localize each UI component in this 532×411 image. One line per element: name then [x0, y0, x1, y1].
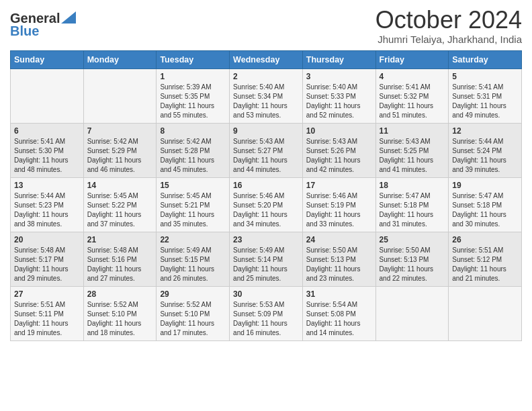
day-number: 20 [14, 235, 80, 244]
cell-detail: Sunrise: 5:46 AMSunset: 5:19 PMDaylight:… [306, 191, 372, 229]
day-number: 24 [306, 235, 372, 244]
header-saturday: Saturday [449, 50, 522, 68]
cell-detail: Sunrise: 5:41 AMSunset: 5:31 PMDaylight:… [452, 83, 518, 120]
day-number: 19 [452, 181, 518, 190]
logo-triangle-icon [61, 11, 76, 24]
calendar-cell: 15Sunrise: 5:45 AMSunset: 5:21 PMDayligh… [157, 177, 230, 232]
cell-detail: Sunrise: 5:51 AMSunset: 5:11 PMDaylight:… [14, 300, 80, 338]
day-number: 10 [306, 126, 372, 136]
calendar-cell: 2Sunrise: 5:40 AMSunset: 5:34 PMDaylight… [230, 68, 303, 123]
cell-detail: Sunrise: 5:45 AMSunset: 5:22 PMDaylight:… [87, 191, 153, 229]
calendar-cell: 28Sunrise: 5:52 AMSunset: 5:10 PMDayligh… [83, 286, 157, 340]
calendar-cell: 8Sunrise: 5:42 AMSunset: 5:28 PMDaylight… [157, 123, 230, 177]
cell-detail: Sunrise: 5:45 AMSunset: 5:21 PMDaylight:… [160, 191, 226, 229]
location-subtitle: Jhumri Telaiya, Jharkhand, India [375, 34, 522, 45]
day-number: 31 [306, 289, 372, 299]
calendar-cell: 20Sunrise: 5:48 AMSunset: 5:17 PMDayligh… [11, 232, 84, 286]
day-number: 25 [380, 235, 445, 244]
cell-detail: Sunrise: 5:49 AMSunset: 5:15 PMDaylight:… [160, 246, 226, 283]
calendar-week-row: 1Sunrise: 5:39 AMSunset: 5:35 PMDaylight… [11, 68, 522, 123]
calendar-cell: 26Sunrise: 5:51 AMSunset: 5:12 PMDayligh… [449, 232, 522, 286]
calendar-cell: 11Sunrise: 5:43 AMSunset: 5:25 PMDayligh… [375, 123, 449, 177]
day-number: 9 [233, 126, 299, 136]
day-number: 21 [87, 235, 153, 244]
day-number: 27 [14, 289, 80, 299]
header-thursday: Thursday [302, 50, 375, 68]
cell-detail: Sunrise: 5:47 AMSunset: 5:18 PMDaylight:… [380, 191, 445, 229]
cell-detail: Sunrise: 5:39 AMSunset: 5:35 PMDaylight:… [160, 83, 226, 120]
calendar-cell [11, 68, 84, 123]
calendar-cell: 4Sunrise: 5:41 AMSunset: 5:32 PMDaylight… [375, 68, 449, 123]
day-number: 28 [87, 289, 153, 299]
cell-detail: Sunrise: 5:49 AMSunset: 5:14 PMDaylight:… [233, 246, 299, 283]
cell-detail: Sunrise: 5:42 AMSunset: 5:29 PMDaylight:… [87, 137, 153, 175]
cell-detail: Sunrise: 5:42 AMSunset: 5:28 PMDaylight:… [160, 137, 226, 175]
calendar-week-row: 27Sunrise: 5:51 AMSunset: 5:11 PMDayligh… [11, 286, 522, 340]
day-number: 18 [380, 181, 445, 190]
day-number: 17 [306, 181, 372, 190]
day-number: 14 [87, 181, 153, 190]
cell-detail: Sunrise: 5:47 AMSunset: 5:18 PMDaylight:… [452, 191, 518, 229]
calendar-week-row: 20Sunrise: 5:48 AMSunset: 5:17 PMDayligh… [11, 232, 522, 286]
calendar-cell [375, 286, 449, 340]
logo-blue: Blue [10, 24, 39, 39]
day-number: 6 [14, 126, 80, 136]
header-wednesday: Wednesday [230, 50, 303, 68]
calendar-cell: 9Sunrise: 5:43 AMSunset: 5:27 PMDaylight… [230, 123, 303, 177]
day-number: 23 [233, 235, 299, 244]
cell-detail: Sunrise: 5:50 AMSunset: 5:13 PMDaylight:… [306, 246, 372, 283]
title-block: October 2024 Jhumri Telaiya, Jharkhand, … [375, 7, 522, 45]
cell-detail: Sunrise: 5:41 AMSunset: 5:32 PMDaylight:… [380, 83, 445, 120]
cell-detail: Sunrise: 5:48 AMSunset: 5:16 PMDaylight:… [87, 246, 153, 283]
day-number: 8 [160, 126, 226, 136]
cell-detail: Sunrise: 5:46 AMSunset: 5:20 PMDaylight:… [233, 191, 299, 229]
header-monday: Monday [83, 50, 157, 68]
calendar-cell: 24Sunrise: 5:50 AMSunset: 5:13 PMDayligh… [302, 232, 375, 286]
calendar-cell: 10Sunrise: 5:43 AMSunset: 5:26 PMDayligh… [302, 123, 375, 177]
calendar-cell: 1Sunrise: 5:39 AMSunset: 5:35 PMDaylight… [157, 68, 230, 123]
cell-detail: Sunrise: 5:51 AMSunset: 5:12 PMDaylight:… [452, 246, 518, 283]
svg-marker-0 [61, 11, 76, 24]
cell-detail: Sunrise: 5:43 AMSunset: 5:26 PMDaylight:… [306, 137, 372, 175]
cell-detail: Sunrise: 5:50 AMSunset: 5:13 PMDaylight:… [380, 246, 445, 283]
calendar-cell: 17Sunrise: 5:46 AMSunset: 5:19 PMDayligh… [302, 177, 375, 232]
cell-detail: Sunrise: 5:48 AMSunset: 5:17 PMDaylight:… [14, 246, 80, 283]
calendar-cell: 23Sunrise: 5:49 AMSunset: 5:14 PMDayligh… [230, 232, 303, 286]
cell-detail: Sunrise: 5:54 AMSunset: 5:08 PMDaylight:… [306, 300, 372, 338]
cell-detail: Sunrise: 5:52 AMSunset: 5:10 PMDaylight:… [87, 300, 153, 338]
calendar-cell: 16Sunrise: 5:46 AMSunset: 5:20 PMDayligh… [230, 177, 303, 232]
cell-detail: Sunrise: 5:40 AMSunset: 5:33 PMDaylight:… [306, 83, 372, 120]
day-number: 5 [452, 72, 518, 81]
calendar-cell: 6Sunrise: 5:41 AMSunset: 5:30 PMDaylight… [11, 123, 84, 177]
day-number: 15 [160, 181, 226, 190]
calendar-cell [83, 68, 157, 123]
day-number: 4 [380, 72, 445, 81]
calendar-cell: 12Sunrise: 5:44 AMSunset: 5:24 PMDayligh… [449, 123, 522, 177]
month-year-title: October 2024 [375, 7, 522, 34]
cell-detail: Sunrise: 5:43 AMSunset: 5:27 PMDaylight:… [233, 137, 299, 175]
cell-detail: Sunrise: 5:53 AMSunset: 5:09 PMDaylight:… [233, 300, 299, 338]
calendar-cell: 18Sunrise: 5:47 AMSunset: 5:18 PMDayligh… [375, 177, 449, 232]
calendar-cell: 13Sunrise: 5:44 AMSunset: 5:23 PMDayligh… [11, 177, 84, 232]
day-number: 13 [14, 181, 80, 190]
calendar-week-row: 6Sunrise: 5:41 AMSunset: 5:30 PMDaylight… [11, 123, 522, 177]
day-number: 22 [160, 235, 226, 244]
day-number: 3 [306, 72, 372, 81]
day-number: 1 [160, 72, 226, 81]
day-number: 16 [233, 181, 299, 190]
cell-detail: Sunrise: 5:52 AMSunset: 5:10 PMDaylight:… [160, 300, 226, 338]
calendar-cell: 3Sunrise: 5:40 AMSunset: 5:33 PMDaylight… [302, 68, 375, 123]
header-tuesday: Tuesday [157, 50, 230, 68]
header-friday: Friday [375, 50, 449, 68]
logo: General Blue [10, 11, 76, 39]
calendar-cell: 7Sunrise: 5:42 AMSunset: 5:29 PMDaylight… [83, 123, 157, 177]
day-number: 30 [233, 289, 299, 299]
cell-detail: Sunrise: 5:40 AMSunset: 5:34 PMDaylight:… [233, 83, 299, 120]
day-number: 11 [380, 126, 445, 136]
header-sunday: Sunday [11, 50, 84, 68]
day-number: 2 [233, 72, 299, 81]
day-number: 12 [452, 126, 518, 136]
calendar-cell: 22Sunrise: 5:49 AMSunset: 5:15 PMDayligh… [157, 232, 230, 286]
day-number: 29 [160, 289, 226, 299]
calendar-cell: 29Sunrise: 5:52 AMSunset: 5:10 PMDayligh… [157, 286, 230, 340]
